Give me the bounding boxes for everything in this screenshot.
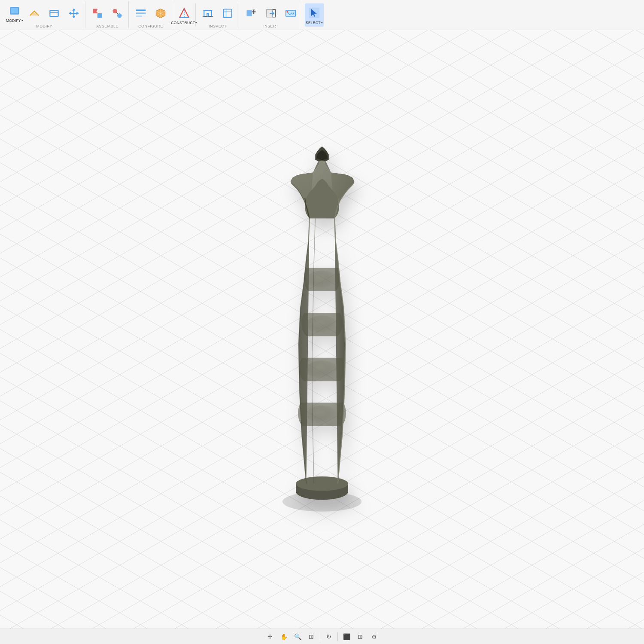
svg-point-22 — [296, 476, 348, 491]
svg-rect-1 — [11, 8, 18, 13]
configure2-button[interactable] — [151, 1, 170, 24]
insert3-icon — [284, 6, 298, 20]
pan-button[interactable]: ✋ — [279, 632, 289, 642]
svg-point-18 — [286, 11, 288, 12]
construct-group: CONSTRUCT▾ — [173, 3, 196, 26]
display-button[interactable]: ⬛ — [341, 632, 352, 642]
inspect2-button[interactable] — [218, 1, 237, 24]
sheet-icon — [47, 6, 61, 20]
assemble-group: ASSEMBLE — [86, 1, 129, 28]
svg-rect-4 — [97, 13, 102, 18]
insert2-icon — [264, 6, 278, 20]
grip-model-svg — [240, 128, 404, 515]
configure1-icon — [134, 6, 148, 20]
svg-rect-7 — [136, 9, 146, 11]
solid-icon — [8, 4, 21, 18]
svg-point-24 — [306, 315, 337, 333]
configure1-button[interactable] — [131, 1, 150, 24]
assemble1-button[interactable] — [88, 1, 107, 24]
inspect-label: INSPECT — [209, 24, 227, 28]
svg-point-23 — [306, 270, 337, 288]
sheet-button[interactable] — [45, 1, 64, 24]
select-group: SELECT▾ — [303, 3, 325, 26]
svg-rect-9 — [136, 15, 142, 17]
separator-1 — [320, 632, 320, 641]
modify-group: MODIFY▾ — [3, 1, 85, 28]
svg-point-25 — [306, 360, 337, 378]
configure2-icon — [154, 6, 167, 20]
svg-rect-12 — [223, 9, 231, 17]
model-container — [240, 128, 404, 515]
bottom-bar: ✛ ✋ 🔍 ⊞ ↻ ⬛ ⊞ ⚙ — [0, 629, 644, 644]
solid-button[interactable]: MODIFY▾ — [5, 1, 24, 24]
inspect-group: INSPECT — [197, 1, 239, 28]
inspect1-button[interactable] — [198, 1, 217, 24]
modify-label: MODIFY — [36, 24, 52, 28]
orbit-button[interactable]: ↻ — [324, 632, 334, 642]
insert1-button[interactable] — [242, 1, 261, 24]
navigate-button[interactable]: ✛ — [265, 632, 275, 642]
construct-icon — [177, 6, 191, 20]
grid-button[interactable]: ⊞ — [355, 632, 365, 642]
surface-button[interactable] — [25, 1, 44, 24]
insert2-button[interactable] — [261, 1, 280, 24]
svg-rect-2 — [50, 10, 58, 16]
insert3-button[interactable] — [281, 1, 300, 24]
insert1-icon — [244, 6, 258, 20]
svg-rect-15 — [247, 10, 252, 16]
assemble2-icon — [110, 6, 124, 20]
insert-label: INSERT — [263, 24, 278, 28]
configure-label: CONFIGURE — [138, 24, 163, 28]
toolbar: MODIFY▾ — [0, 0, 644, 30]
zoom-fit-button[interactable]: ⊞ — [306, 632, 316, 642]
more-button[interactable]: ⚙ — [369, 632, 379, 642]
assemble1-icon — [91, 6, 104, 20]
assemble2-button[interactable] — [108, 1, 127, 24]
svg-rect-8 — [136, 12, 146, 14]
construct-button[interactable]: CONSTRUCT▾ — [175, 3, 194, 27]
viewport[interactable] — [0, 30, 644, 629]
configure-group: CONFIGURE — [130, 1, 172, 28]
inspect2-icon — [221, 6, 234, 20]
select-icon — [307, 6, 321, 20]
select-button[interactable]: SELECT▾ — [305, 3, 324, 27]
svg-point-26 — [306, 405, 337, 423]
insert-group: INSERT — [240, 1, 302, 28]
zoom-out-button[interactable]: 🔍 — [292, 632, 303, 642]
surface-icon — [27, 6, 41, 20]
move-icon — [67, 6, 81, 20]
separator-2 — [337, 632, 338, 641]
assemble-label: ASSEMBLE — [96, 24, 118, 28]
move-button[interactable] — [64, 1, 83, 24]
inspect1-icon — [201, 6, 215, 20]
